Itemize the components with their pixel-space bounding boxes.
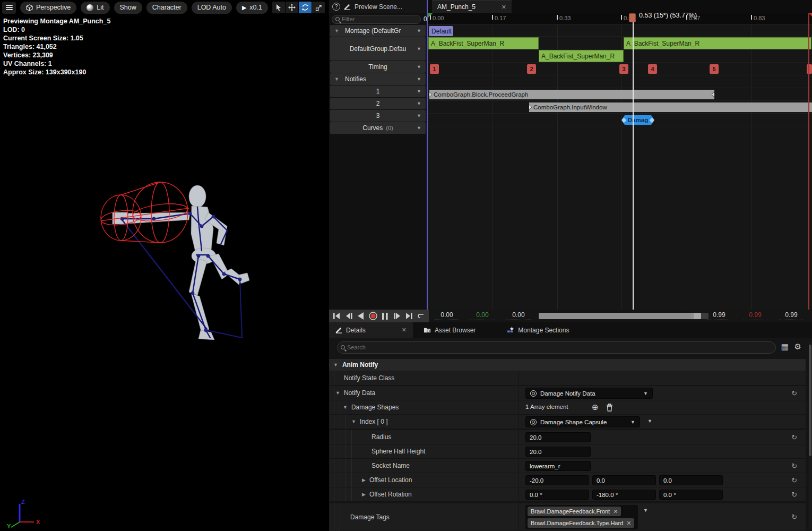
socket-name-input[interactable]: lowerarm_r (525, 461, 591, 471)
notify-state-inputwindow[interactable]: ComboGraph.InputWindow (529, 102, 812, 112)
scrollbar-handle[interactable] (694, 313, 701, 319)
delete-array-icon[interactable] (606, 404, 613, 412)
view-range-end-field[interactable]: 0.99 (779, 311, 804, 320)
playback-end-field[interactable]: 0.99 (707, 311, 731, 320)
character-mesh-preview[interactable] (85, 175, 260, 350)
offset-rotation-yaw-input[interactable]: 0.0 ° (659, 490, 723, 500)
dropdown-chevron-icon[interactable]: ▼ (417, 89, 421, 94)
notify-end-diamond-icon[interactable] (711, 91, 714, 97)
track-row-curves[interactable]: Curves(0) ▼ (330, 122, 426, 134)
dropdown-chevron-icon[interactable]: ▼ (417, 101, 421, 106)
track-row-defaultgroup[interactable]: DefaultGroup.Defau ▼ (330, 37, 426, 61)
add-array-element-icon[interactable]: ⊕ (592, 402, 599, 412)
display-filter-icon[interactable]: ▦ (781, 342, 789, 352)
view-range-start-field[interactable]: 0.00 (435, 311, 459, 320)
tags-dropdown-chevron-icon[interactable]: ▼ (643, 508, 648, 513)
move-tool-button[interactable] (286, 2, 298, 13)
notify-data-dropdown[interactable]: Damage Notify Data ▼ (525, 388, 653, 399)
step-forward-button[interactable] (392, 311, 403, 321)
remove-tag-icon[interactable]: ✕ (626, 520, 631, 527)
dropdown-chevron-icon[interactable]: ▼ (417, 28, 421, 33)
scrub-handle[interactable] (629, 13, 636, 22)
reset-to-default-icon[interactable]: ↺ (791, 462, 797, 470)
close-icon[interactable]: ✕ (502, 4, 506, 11)
dropdown-chevron-icon[interactable]: ▼ (417, 113, 421, 118)
track-row-timing[interactable]: Timing ▼ (330, 61, 426, 73)
reset-to-default-icon[interactable]: ↺ (791, 389, 797, 397)
reset-to-default-icon[interactable]: ↺ (791, 476, 797, 484)
viewport-3d[interactable]: Perspective Lit Show Character LOD Auto … (0, 0, 329, 531)
offset-location-y-input[interactable]: 0.0 (592, 475, 656, 485)
offset-rotation-pitch-input[interactable]: -180.0 ° (592, 490, 656, 500)
settings-gear-icon[interactable]: ⚙ (794, 342, 801, 352)
tag-chip[interactable]: Brawl.DamageFeedback.Type.Hard ✕ (528, 518, 634, 528)
montage-timeline[interactable]: AM_Punch_5 ✕ 0.00 0.17 0.33 0.50 0.67 0.… (428, 0, 812, 310)
expand-triangle-icon[interactable]: ▼ (334, 76, 339, 82)
details-searchbox[interactable] (337, 341, 776, 354)
offset-location-x-input[interactable]: -20.0 (525, 475, 589, 485)
dropdown-chevron-icon[interactable]: ▼ (417, 64, 421, 70)
details-search-input[interactable] (347, 344, 772, 350)
show-menu-button[interactable]: Show (114, 2, 142, 14)
play-reverse-button[interactable] (356, 311, 367, 321)
playhead[interactable] (633, 13, 634, 310)
timeline-horizontal-scrollbar[interactable] (539, 313, 709, 319)
dropdown-chevron-icon[interactable]: ▼ (417, 125, 421, 131)
sphere-half-height-input[interactable]: 20.0 (525, 447, 591, 457)
playback-speed-button[interactable]: ▶ x0.1 (236, 2, 268, 14)
track-row-notify-1[interactable]: 1 ▼ (330, 85, 426, 97)
preview-scene-tab[interactable]: ? Preview Scene... (329, 0, 427, 13)
expand-triangle-icon[interactable]: ▼ (335, 390, 340, 396)
tab-asset-browser[interactable]: Asset Browser (417, 322, 482, 338)
track-row-montage[interactable]: ▼ Montage (DefaultGr ▼ (330, 25, 426, 37)
character-menu-button[interactable]: Character (146, 2, 187, 14)
expand-arrow-icon[interactable]: ▶ (362, 477, 366, 483)
pause-button[interactable] (379, 311, 391, 321)
select-tool-button[interactable] (272, 2, 285, 13)
playback-start-field[interactable]: 0.00 (506, 311, 531, 320)
reset-to-default-icon[interactable]: ↺ (791, 491, 797, 499)
expand-triangle-icon[interactable]: ▼ (343, 405, 348, 410)
remove-tag-icon[interactable]: ✕ (613, 508, 618, 515)
lit-mode-button[interactable]: Lit (81, 2, 109, 14)
perspective-button[interactable]: Perspective (20, 2, 76, 14)
reset-to-default-icon[interactable]: ↺ (791, 433, 797, 441)
timing-marker-4[interactable]: 4 (648, 64, 657, 74)
goto-end-button[interactable] (404, 311, 415, 321)
tab-montage-sections[interactable]: Montage Sections (500, 322, 575, 338)
timing-marker-5[interactable]: 5 (710, 64, 719, 74)
notify-state-proceedgraph[interactable]: ComboGraph.Block.ProceedGraph (429, 90, 714, 99)
shape-class-dropdown[interactable]: Damage Shape Capsule ▼ (525, 416, 640, 427)
collapse-triangle-icon[interactable]: ▼ (333, 362, 338, 367)
record-button[interactable] (367, 311, 378, 321)
notify-begin-diamond-icon[interactable] (529, 104, 532, 110)
radius-input[interactable]: 20.0 (525, 432, 591, 442)
expand-arrow-icon[interactable]: ▶ (362, 492, 366, 497)
tag-chip[interactable]: Brawl.DamageFeedback.Front ✕ (528, 507, 621, 516)
current-time-field[interactable]: 0.00 (470, 311, 495, 320)
close-icon[interactable]: ✕ (402, 327, 407, 333)
scale-tool-button[interactable] (312, 2, 325, 13)
timing-marker-1[interactable]: 1 (430, 64, 439, 74)
scrollbar-thumb[interactable] (539, 313, 696, 319)
step-backward-button[interactable] (343, 311, 355, 321)
lod-auto-button[interactable]: LOD Auto (192, 2, 232, 14)
category-anim-notify[interactable]: ▼ Anim Notify (329, 359, 806, 371)
loop-button[interactable] (416, 311, 427, 321)
goto-front-button[interactable] (331, 311, 342, 321)
timing-marker-6-partial[interactable] (807, 64, 812, 74)
help-icon[interactable]: ? (332, 3, 340, 11)
viewport-menu-button[interactable] (2, 2, 16, 14)
track-row-notify-2[interactable]: 2 ▼ (330, 98, 426, 109)
asset-tab-am-punch-5[interactable]: AM_Punch_5 ✕ (432, 0, 512, 13)
expand-triangle-icon[interactable]: ▼ (351, 419, 356, 424)
element-options-chevron-icon[interactable]: ▼ (647, 418, 652, 424)
expand-triangle-icon[interactable]: ▼ (334, 28, 339, 33)
dropdown-chevron-icon[interactable]: ▼ (417, 76, 421, 82)
track-row-notify-3[interactable]: 3 ▼ (330, 110, 426, 122)
tab-details[interactable]: Details ✕ (329, 322, 413, 338)
offset-rotation-roll-input[interactable]: 0.0 ° (525, 490, 589, 500)
timing-marker-2[interactable]: 2 (527, 64, 536, 74)
sequence-length-field[interactable]: 0.99 (743, 311, 767, 320)
anim-segment-3[interactable]: A_BackFist_SuperMan_R (624, 37, 811, 49)
